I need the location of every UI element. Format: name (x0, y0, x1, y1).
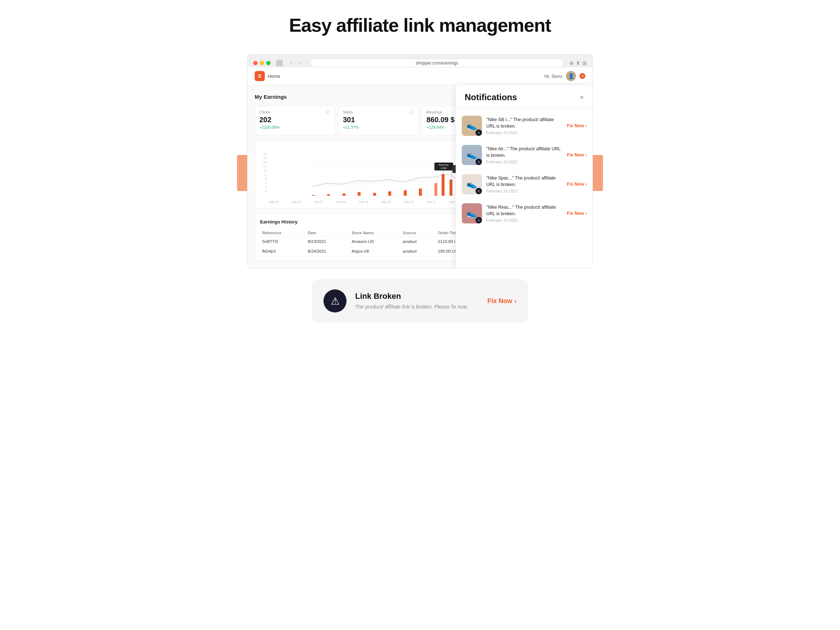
shoe-image-1: 👟 (462, 116, 482, 136)
browser-content: S Home Hi, Sonu 👤 4 My Earnings 📅 Last 3… (247, 67, 593, 269)
cell-reference: SsBTTD (260, 237, 305, 247)
warning-badge-1 (475, 130, 482, 136)
warning-badge-2 (475, 158, 482, 165)
app-navbar: S Home Hi, Sonu 👤 4 (248, 67, 592, 85)
notif-desc-1: "Nike SB I..." The product/ affiliate UR… (486, 117, 562, 130)
url-bar[interactable]: shopper.com/earnings (310, 59, 564, 67)
svg-rect-14 (388, 192, 391, 196)
notif-desc-4: "Nike Reac..." The product/ affiliate UR… (486, 204, 562, 217)
cell-reference: fbD4p3 (260, 247, 305, 256)
notif-date-2: February 19 2022 (486, 160, 562, 164)
main-content-area: My Earnings 📅 Last 30 days ▾ Clicks i 20… (248, 85, 592, 268)
home-nav-link[interactable]: Home (268, 73, 280, 79)
fix-now-btn-3[interactable]: Fix Now › (567, 182, 587, 187)
svg-text:Revenue: Revenue (439, 164, 449, 166)
browser-window: ‹ › shopper.com/earnings ⊕ ⬆ ⊞ S Home Hi… (247, 54, 593, 269)
cell-store: Amazon US (349, 237, 401, 247)
share-icon[interactable]: ⬆ (576, 60, 580, 66)
notification-badge[interactable]: 4 (579, 73, 585, 79)
bookmark-icon[interactable]: ⊕ (570, 60, 574, 66)
svg-rect-9 (312, 195, 315, 196)
info-icon-sales[interactable]: i (409, 110, 414, 114)
newtab-icon[interactable]: ⊞ (583, 60, 587, 66)
stat-label-sales: Sales i (343, 110, 414, 114)
browser-actions: ⊕ ⬆ ⊞ (570, 60, 587, 66)
svg-rect-11 (343, 193, 346, 196)
notif-text-1: "Nike SB I..." The product/ affiliate UR… (486, 117, 562, 135)
notif-list: 👟 "Nike SB I..." The product/ affiliate … (456, 109, 592, 231)
notif-desc-3: "Nike Spac..." The product/ affiliate UR… (486, 175, 562, 188)
stat-change-clicks: +2100.00% (259, 125, 330, 130)
fix-now-btn-1[interactable]: Fix Now › (567, 123, 587, 128)
close-button-light[interactable] (253, 61, 257, 65)
cell-store: Argos UK (349, 247, 401, 256)
browser-nav: ‹ › (287, 59, 305, 67)
notif-date-1: February 19 2022 (486, 130, 562, 135)
bottom-section: Link Broken The product/ affiliate link … (312, 279, 528, 323)
svg-rect-15 (404, 190, 407, 196)
earnings-title: My Earnings (255, 94, 287, 100)
greeting-text: Hi, Sonu (544, 73, 562, 79)
cell-source: product (401, 247, 436, 256)
logo-icon: S (255, 71, 265, 81)
broken-title: Link Broken (355, 291, 468, 301)
svg-rect-10 (327, 194, 330, 196)
stat-change-sales: +21.37% (343, 125, 414, 130)
notif-close-button[interactable]: × (579, 93, 584, 101)
history-title: Earnings History (260, 219, 297, 225)
stat-card-sales: Sales i 301 +21.37% (338, 106, 418, 136)
broken-description: The product/ affiliate link is broken. P… (355, 303, 468, 311)
notifications-panel: Notifications × 👟 "Nike SB I..." The pro… (456, 85, 592, 268)
notif-item-4: 👟 "Nike Reac..." The product/ affiliate … (456, 199, 592, 228)
tab-icon (276, 60, 283, 66)
browser-chrome: ‹ › shopper.com/earnings ⊕ ⬆ ⊞ (247, 54, 593, 67)
svg-text:3.361: 3.361 (441, 167, 447, 169)
cell-source: product (401, 237, 436, 247)
col-source: Source (401, 229, 436, 237)
notif-desc-2: "Nike Air..." The product/ affiliate URL… (486, 146, 562, 158)
col-date: Date (305, 229, 349, 237)
notif-item-1: 👟 "Nike SB I..." The product/ affiliate … (456, 111, 592, 141)
notif-text-2: "Nike Air..." The product/ affiliate URL… (486, 146, 562, 164)
notif-header: Notifications × (456, 85, 592, 109)
stat-value-clicks: 202 (259, 116, 330, 124)
left-accent (237, 155, 247, 191)
forward-button[interactable]: › (297, 59, 305, 67)
traffic-lights (253, 61, 270, 65)
col-reference: Reference (260, 229, 305, 237)
fullscreen-button-light[interactable] (266, 61, 270, 65)
minimize-button-light[interactable] (260, 61, 264, 65)
warning-badge-3 (475, 188, 482, 194)
cell-date: 8/24/2021 (305, 247, 349, 256)
cell-date: 8/23/2021 (305, 237, 349, 247)
svg-rect-13 (373, 193, 376, 196)
info-icon-clicks[interactable]: i (325, 110, 330, 114)
notif-date-4: February 19 2022 (486, 218, 562, 222)
notif-text-3: "Nike Spac..." The product/ affiliate UR… (486, 175, 562, 193)
svg-rect-16 (419, 188, 422, 196)
shoe-image-2: 👟 (462, 145, 482, 165)
broken-link-icon (324, 290, 346, 312)
notif-date-3: February 19 2022 (486, 189, 562, 193)
user-avatar[interactable]: 👤 (566, 71, 576, 81)
broken-text: Link Broken The product/ affiliate link … (355, 291, 468, 311)
svg-rect-12 (358, 192, 360, 196)
stat-value-sales: 301 (343, 116, 414, 124)
fix-now-btn-4[interactable]: Fix Now › (567, 211, 587, 216)
shoe-image-4: 👟 (462, 203, 482, 223)
back-button[interactable]: ‹ (287, 59, 295, 67)
app-logo: S Home (255, 71, 280, 81)
fix-now-large-button[interactable]: Fix Now › (487, 298, 516, 305)
link-broken-card: Link Broken The product/ affiliate link … (312, 279, 528, 323)
warning-badge-4 (475, 217, 482, 223)
right-accent (593, 155, 603, 191)
stat-card-clicks: Clicks i 202 +2100.00% (255, 106, 335, 136)
notif-text-4: "Nike Reac..." The product/ affiliate UR… (486, 204, 562, 222)
svg-rect-17 (434, 183, 437, 196)
nav-right: Hi, Sonu 👤 4 (544, 71, 585, 81)
fix-now-btn-2[interactable]: Fix Now › (567, 152, 587, 157)
col-store: Store Name (349, 229, 401, 237)
page-headline: Easy affiliate link management (289, 14, 551, 36)
notif-item-2: 👟 "Nike Air..." The product/ affiliate U… (456, 141, 592, 170)
notif-item-3: 👟 "Nike Spac..." The product/ affiliate … (456, 170, 592, 199)
